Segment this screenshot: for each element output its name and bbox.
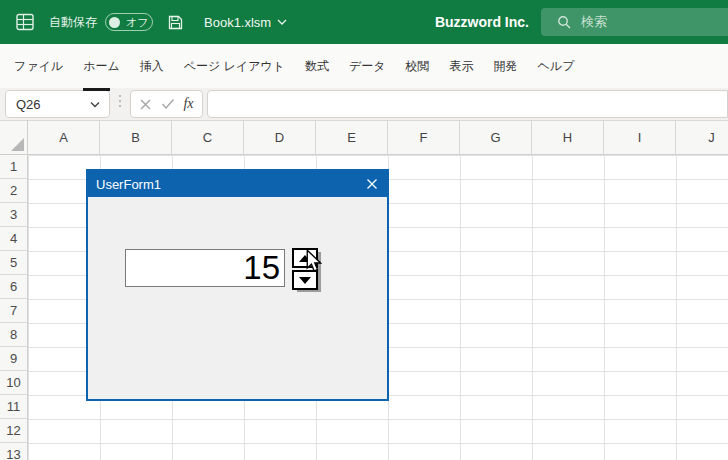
toggle-knob-icon [109,17,120,28]
row-header-9[interactable]: 9 [0,347,27,371]
row-headers: 12345678910111213 [0,155,28,460]
active-tab-underline [83,88,110,91]
tab-ホーム[interactable]: ホーム [73,52,130,81]
spinner-value-textbox[interactable]: 15 [125,249,285,287]
column-header-B[interactable]: B [100,121,172,154]
insert-function-fx-icon[interactable]: fx [183,96,193,112]
search-icon [557,15,571,29]
formula-buttons-group: fx [130,90,203,118]
title-bar: 自動保存 オフ Book1.xlsm Buzzword Inc. 検索 [0,0,728,44]
tab-ファイル[interactable]: ファイル [4,52,73,81]
row-header-1[interactable]: 1 [0,155,27,179]
row-header-3[interactable]: 3 [0,203,27,227]
workbook-title[interactable]: Book1.xlsm [204,15,271,30]
tab-ページ レイアウト[interactable]: ページ レイアウト [174,52,295,81]
column-header-H[interactable]: H [532,121,604,154]
row-header-12[interactable]: 12 [0,419,27,443]
mouse-cursor-icon [305,249,326,273]
row-header-11[interactable]: 11 [0,395,27,419]
userform-title-bar[interactable]: UserForm1 [88,171,387,197]
formula-bar: Q26 fx [0,88,728,120]
row-header-7[interactable]: 7 [0,299,27,323]
userform-close-button[interactable] [364,176,380,192]
row-header-10[interactable]: 10 [0,371,27,395]
spin-down-button[interactable] [292,270,318,290]
tab-挿入[interactable]: 挿入 [130,52,174,81]
tab-表示[interactable]: 表示 [440,52,484,81]
enter-check-icon[interactable] [161,98,175,110]
cancel-x-icon[interactable] [139,98,152,111]
row-header-4[interactable]: 4 [0,227,27,251]
row-header-2[interactable]: 2 [0,179,27,203]
column-header-J[interactable]: J [676,121,728,154]
column-header-E[interactable]: E [316,121,388,154]
userform-dialog: UserForm1 15 [86,169,389,401]
column-header-A[interactable]: A [28,121,100,154]
autosave-label: 自動保存 [49,14,97,31]
tab-数式[interactable]: 数式 [295,52,339,81]
tab-ヘルプ[interactable]: ヘルプ [528,52,585,81]
column-header-D[interactable]: D [244,121,316,154]
autosave-state: オフ [126,15,149,30]
spin-down-arrow-icon [299,277,311,284]
autosave-toggle[interactable]: オフ [105,13,153,31]
excel-logo-icon [16,13,34,31]
select-all-corner[interactable] [0,120,28,155]
formula-bar-separator-icon [119,95,121,107]
formula-input[interactable] [207,90,728,118]
name-box[interactable]: Q26 [5,90,110,118]
row-header-6[interactable]: 6 [0,275,27,299]
close-icon [366,178,378,190]
excel-window: 自動保存 オフ Book1.xlsm Buzzword Inc. 検索 ファイル… [0,0,728,460]
column-header-I[interactable]: I [604,121,676,154]
ribbon-tabs: ファイルホーム挿入ページ レイアウト数式データ校閲表示開発ヘルプ [0,44,728,88]
name-box-chevron-down-icon[interactable] [90,101,100,108]
account-name[interactable]: Buzzword Inc. [435,14,529,30]
row-header-13[interactable]: 13 [0,443,27,460]
select-all-triangle-icon [11,138,24,151]
search-box[interactable]: 検索 [541,8,728,36]
save-icon[interactable] [168,15,183,30]
filename-chevron-down-icon[interactable] [277,18,287,26]
column-headers: ABCDEFGHIJ [28,120,728,155]
column-header-C[interactable]: C [172,121,244,154]
tab-データ[interactable]: データ [339,52,396,81]
row-header-8[interactable]: 8 [0,323,27,347]
name-box-value: Q26 [16,97,90,112]
search-placeholder: 検索 [581,13,607,31]
column-header-F[interactable]: F [388,121,460,154]
tab-校閲[interactable]: 校閲 [396,52,440,81]
row-header-5[interactable]: 5 [0,251,27,275]
userform-title: UserForm1 [96,177,161,192]
tab-開発[interactable]: 開発 [484,52,528,81]
column-header-G[interactable]: G [460,121,532,154]
